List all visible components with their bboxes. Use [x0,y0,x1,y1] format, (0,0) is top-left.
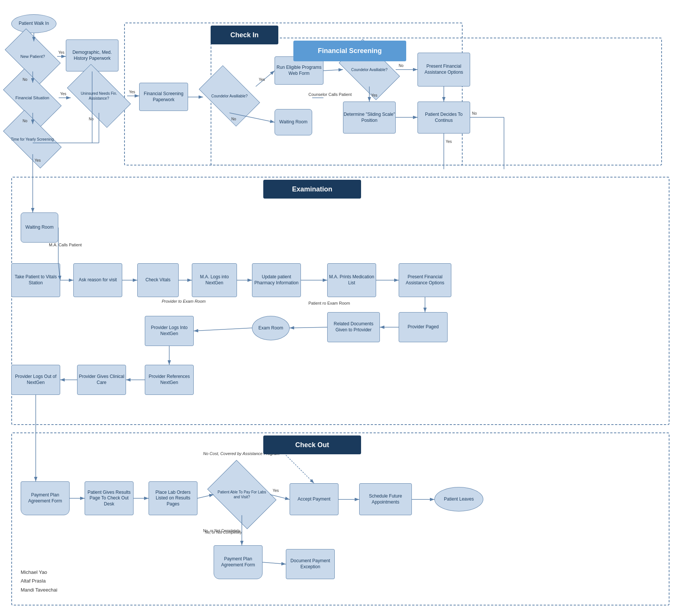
patient-leaves-node: Patient Leaves [434,487,483,511]
svg-text:Yes: Yes [446,140,452,144]
check-vitals-node: Check Vitals [137,263,179,297]
provider-logs-out-node: Provider Logs Out of NextGen [11,365,60,395]
flowchart-container: Check In Financial Screening Examination… [0,0,677,616]
svg-line-19 [256,71,275,86]
determine-sliding-node: Determine "Sliding Scale" Position [343,102,396,134]
counselor-available1-node: Coundelor Avalilable? [203,79,256,113]
svg-line-47 [194,328,252,331]
ma-logs-node: M.A. Logs into NextGen [192,263,237,297]
svg-line-61 [263,562,286,564]
patient-walkin-node: Patient Walk In [11,14,56,33]
present-financial2-node: Present Financial Assistance Options [399,263,451,297]
checkout-header: Check Out [263,435,361,454]
checkout-section-box [11,432,669,605]
payment-plan1-node: Payment Plan Agreement Form [21,481,70,515]
financial-header: Financial Screening [293,41,406,61]
waiting-room2-node: Waiting Room [21,212,58,243]
svg-text:No: No [89,117,94,121]
provider-logs-into-node: Provider Logs Into NextGen [145,316,194,346]
place-lab-node: Place Lab Orders Listed on Results Pages [149,481,197,515]
counselor-calls-label: Counselor Calls Patient [308,92,352,97]
patient-decides-node: Patient Decides To Continus [417,102,470,134]
examination-header: Examination [263,180,361,199]
time-yearly-node: Time for Yearly Screening [6,124,59,154]
update-pharmacy-node: Update patient Pharmacy Information [252,263,301,297]
svg-text:No: No [472,111,477,115]
waiting-room1-node: Waiting Room [275,109,312,135]
financial-situation-node: Financial Situation [6,83,59,113]
svg-text:Yes: Yes [58,50,64,55]
patient-able-node: Patient Able To Pay For Labs and Visit? [214,474,270,515]
svg-text:Yes: Yes [259,77,265,82]
svg-line-58 [286,455,314,483]
svg-line-46 [290,327,327,328]
exam-room-node: Exam Room [252,316,290,340]
patient-gives-node: Patient Gives Results Page To Check Out … [85,481,134,515]
patient-ro-exam-label: Patient ro Exam Room [308,301,350,305]
provider-references-node: Provider References NextGen [145,365,194,395]
svg-line-53 [197,495,214,498]
document-payment-node: Document Payment Exception [286,549,335,579]
financial-screening-paperwork-node: Financial Screening Paperwork [139,83,188,111]
uninsured-needs-node: Uninsured Needs Fin. Assistance? [71,79,127,113]
checkin-header: Check In [211,26,278,44]
take-patient-node: Take Patient to Vitals Station [11,263,60,297]
accept-payment-node: Accept Payment [290,483,338,515]
svg-text:Yes: Yes [129,90,135,94]
credits: Michael Yao Altaf Prasla Mandi Taveechai [21,568,57,594]
new-patient-node: New Patient? [8,41,57,71]
ask-reason-node: Ask reason for visit [73,263,122,297]
svg-text:No: No [399,64,404,68]
ma-calls-label: M.A. Calls Patient [49,243,82,247]
related-docs-node: Related Documents Given to Prtovider [327,312,380,342]
present-financial1-node: Present Financial Assistance Options [417,53,470,86]
ma-prints-node: M.A. Prints Medication List [327,263,376,297]
provider-paged-node: Provider Paged [399,312,448,342]
payment-plan2-node: Payment Plan Agreement Form [214,545,263,579]
no-or-not-label: No, or Not Completely [205,530,242,534]
svg-text:Yes: Yes [273,489,279,493]
provider-gives-node: Provider Gives Clinical Care [77,365,126,395]
svg-line-24 [323,70,343,71]
provider-to-exam-label: Provider to Exam Room [162,299,206,303]
schedule-future-node: Schedule Future Appointments [359,483,412,515]
svg-text:Yes: Yes [60,92,66,96]
